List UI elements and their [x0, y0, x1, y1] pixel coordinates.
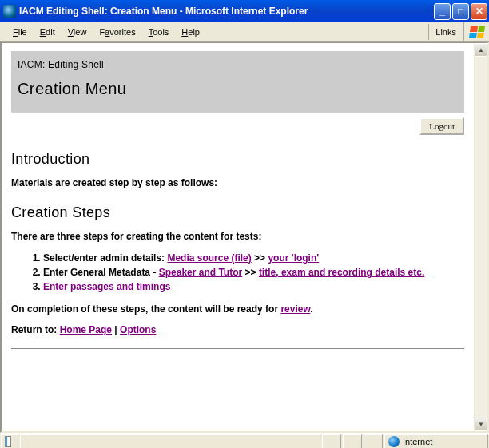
vertical-scrollbar[interactable]: ▲ ▼ — [474, 43, 487, 431]
scroll-thumb[interactable] — [475, 57, 487, 418]
close-button[interactable]: ✕ — [471, 3, 487, 20]
menu-help[interactable]: Help — [175, 26, 206, 38]
menu-file[interactable]: File — [6, 26, 34, 38]
link-review[interactable]: review — [280, 303, 310, 315]
completion-post: . — [310, 303, 312, 315]
step-1-text: Select/enter admin details: — [43, 252, 167, 264]
page-icon — [5, 436, 11, 447]
menu-edit[interactable]: Edit — [34, 26, 62, 38]
step-2-text: Enter General Metadata - — [43, 267, 159, 278]
link-passages-timings[interactable]: Enter passages and timings — [43, 281, 170, 292]
step-1: Select/enter admin details: Media source… — [43, 252, 464, 264]
menu-view[interactable]: View — [62, 26, 93, 38]
menu-tools[interactable]: Tools — [142, 26, 176, 38]
completion-text: On completion of these steps, the conten… — [11, 303, 464, 315]
logout-button[interactable]: Logout — [419, 117, 464, 135]
menu-view-label: iew — [74, 27, 87, 37]
scroll-down-button[interactable]: ▼ — [475, 418, 487, 431]
footer-rule — [11, 347, 464, 349]
maximize-button[interactable]: □ — [452, 3, 469, 20]
menu-help-label: elp — [188, 27, 200, 37]
page-title: Creation Menu — [18, 80, 458, 98]
status-message — [20, 434, 320, 449]
steps-list: Select/enter admin details: Media source… — [30, 252, 464, 294]
return-pre: Return to: — [11, 324, 60, 335]
status-pane-a — [322, 434, 341, 449]
security-zone-label: Internet — [403, 437, 432, 446]
link-speaker-tutor[interactable]: Speaker and Tutor — [159, 267, 242, 278]
windows-logo-icon — [463, 22, 489, 42]
step-1-sep: >> — [252, 252, 268, 264]
page-content: IACM: Editing Shell Creation Menu Logout… — [2, 43, 474, 357]
status-page-icon-pane — [1, 434, 18, 449]
menu-favorites-label: vorites — [109, 27, 135, 37]
globe-icon — [388, 436, 400, 447]
minimize-button[interactable]: _ — [434, 3, 451, 20]
menu-file-label: ile — [18, 27, 27, 37]
intro-text: Materials are created step by step as fo… — [11, 177, 464, 188]
browser-viewport: IACM: Editing Shell Creation Menu Logout… — [0, 42, 489, 433]
security-zone: Internet — [384, 434, 488, 449]
status-pane-b — [343, 434, 362, 449]
menu-tools-label: ools — [153, 27, 169, 37]
menubar: File Edit View Favorites Tools Help Link… — [0, 22, 489, 42]
return-row: Return to: Home Page | Options — [11, 324, 464, 335]
return-sep: | — [112, 324, 120, 335]
window-controls: _ □ ✕ — [434, 3, 487, 20]
step-3: Enter passages and timings — [43, 280, 464, 293]
step-2-sep: >> — [242, 267, 259, 278]
link-your-login[interactable]: your 'login' — [268, 252, 319, 264]
links-toolbar[interactable]: Links — [428, 24, 463, 40]
menu-edit-label: dit — [46, 27, 55, 37]
header-breadcrumb: IACM: Editing Shell — [18, 59, 458, 70]
page-header: IACM: Editing Shell Creation Menu — [11, 51, 464, 113]
completion-pre: On completion of these steps, the conten… — [11, 303, 280, 315]
link-options[interactable]: Options — [120, 324, 156, 335]
statusbar: Internet — [0, 433, 489, 448]
status-pane-c — [364, 434, 383, 449]
steps-intro: There are three steps for creating the c… — [11, 231, 464, 242]
link-media-source[interactable]: Media source (file) — [167, 252, 251, 264]
link-title-exam-details[interactable]: title, exam and recording details etc. — [259, 267, 424, 278]
ie-icon — [3, 5, 16, 18]
link-home-page[interactable]: Home Page — [60, 324, 112, 335]
window-titlebar: IACM Editing Shell: Creation Menu - Micr… — [0, 0, 489, 22]
logout-row: Logout — [11, 117, 464, 135]
intro-heading: Introduction — [11, 151, 464, 168]
window-title: IACM Editing Shell: Creation Menu - Micr… — [19, 6, 434, 17]
step-2: Enter General Metadata - Speaker and Tut… — [43, 266, 464, 279]
menu-favorites[interactable]: Favorites — [93, 26, 141, 38]
steps-heading: Creation Steps — [11, 204, 464, 221]
scroll-up-button[interactable]: ▲ — [475, 43, 487, 57]
